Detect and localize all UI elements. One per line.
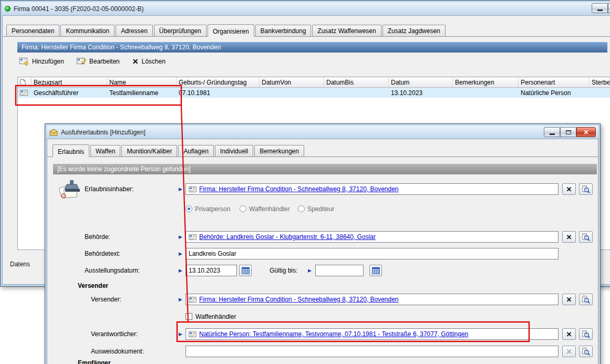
person-card-icon [189, 297, 197, 303]
cell-geburtstag: 07.10.1981 [177, 89, 260, 97]
verantwortlicher-field[interactable]: Natürliche Person: Testfamilienname, Tes… [185, 328, 559, 340]
calendar-icon [242, 267, 250, 274]
empfaenger-section-header: Empfänger [78, 359, 111, 364]
versender-clear-button[interactable]: ✕ [562, 294, 576, 305]
persons-toolbar: Hinzufügen Bearbeiten ✕ Löschen [17, 53, 610, 70]
tab-bemerkungen[interactable]: Bemerkungen [254, 145, 304, 157]
radio-spediteur[interactable] [298, 205, 305, 212]
versender-search-button[interactable] [579, 294, 593, 305]
ausweisdokument-search-button[interactable] [579, 346, 593, 357]
versender-link[interactable]: Firma: Hersteller Firma Condition - Schn… [199, 296, 399, 303]
envelope-icon [49, 129, 58, 136]
magnifier-icon [582, 233, 590, 241]
cell-personenart: Natürliche Person [519, 89, 590, 97]
behoerdetext-input[interactable]: Landkreis Goslar [185, 248, 559, 259]
erlaubnisinhaber-row: Erlaubnisinhaber: ▶ Firma: Hersteller Fi… [47, 183, 598, 195]
delete-button[interactable]: ✕ Löschen [132, 58, 166, 65]
screen: Firma 00041 - 3035 (F2020-02-05-0000002-… [0, 0, 610, 364]
magnifier-icon [582, 185, 590, 193]
tab-erlaubnis[interactable]: Erlaubnis [53, 144, 89, 157]
link-arrow-icon[interactable]: ▶ [179, 267, 182, 274]
tab-bankverbindung[interactable]: Bankverbindung [255, 25, 312, 36]
magnifier-icon [582, 330, 590, 338]
tab-kommunikation[interactable]: Kommunikation [60, 25, 115, 36]
erlaubnisinhaber-link[interactable]: Firma: Hersteller Firma Condition - Schn… [199, 185, 399, 193]
ausfuhrerlaubnis-dialog: Ausfuhrerlaubnis [Hinzufügen] ✕ Erlaubni… [45, 123, 601, 364]
column-rowtype[interactable] [18, 77, 32, 87]
tab-waffen[interactable]: Waffen [90, 145, 120, 157]
link-arrow-icon[interactable]: ▶ [179, 250, 182, 257]
gueltig-bis-calendar-button[interactable] [369, 265, 382, 276]
tab-zusatz-jagdwesen[interactable]: Zusatz Jagdwesen [382, 25, 446, 36]
behoerde-clear-button[interactable]: ✕ [562, 231, 576, 243]
ausstellungsdatum-calendar-button[interactable] [239, 265, 252, 276]
column-personenart[interactable]: Personenart [519, 77, 590, 87]
tab-individuell[interactable]: Individuell [215, 145, 253, 157]
maximize-button[interactable] [608, 3, 610, 13]
ausstellungsdatum-input[interactable]: 13.10.2023 [185, 265, 237, 276]
dialog-close-button[interactable]: ✕ [576, 127, 596, 137]
column-geburtstag[interactable]: Geburts-/ Gründungstag [177, 77, 260, 87]
dialog-maximize-button[interactable] [560, 127, 576, 137]
column-datumvon[interactable]: DatumVon [260, 77, 324, 87]
gueltig-bis-input[interactable] [315, 265, 364, 276]
tab-munition-kaliber[interactable]: Munition/Kaliber [121, 145, 177, 157]
row-icon-cell [18, 90, 32, 96]
column-sterbedatum[interactable]: Sterbed [590, 77, 610, 87]
versender-field[interactable]: Firma: Hersteller Firma Condition - Schn… [185, 294, 559, 305]
clear-x-icon: ✕ [566, 186, 572, 193]
table-row[interactable]: Geschäftsführer Testfamilienname 07.10.1… [18, 88, 610, 98]
tab-zusatz-waffenwesen[interactable]: Zusatz Waffenwesen [312, 25, 381, 36]
firma-window-title: Firma 00041 - 3035 (F2020-02-05-0000002-… [14, 5, 143, 13]
dialog-minimize-button[interactable] [544, 127, 560, 137]
edit-button[interactable]: Bearbeiten [77, 57, 120, 66]
link-arrow-icon[interactable]: ▶ [308, 267, 312, 274]
link-arrow-icon[interactable]: ▶ [179, 296, 182, 303]
firma-window-titlebar[interactable]: Firma 00041 - 3035 (F2020-02-05-0000002-… [2, 2, 610, 15]
tab-organisieren[interactable]: Organisieren [208, 24, 254, 37]
tab-ueberpruefungen[interactable]: Überprüfungen [154, 25, 206, 36]
column-datum[interactable]: Datum [389, 77, 453, 87]
no-person-info-bar: [Es wurde keine zugeordnete Person gefun… [53, 164, 597, 174]
versender-label: Versender: [91, 294, 121, 305]
ausweisdokument-field[interactable] [185, 346, 559, 357]
clear-x-icon: ✕ [566, 331, 572, 338]
column-datumbis[interactable]: DatumBis [324, 77, 389, 87]
behoerdetext-row: Behördetext: ▶ Landkreis Goslar [47, 248, 598, 259]
close-icon: ✕ [583, 129, 588, 136]
behoerde-field[interactable]: Behörde: Landkreis Goslar - Klubgartenst… [185, 231, 559, 243]
erlaubnisinhaber-search-button[interactable] [579, 183, 593, 195]
verantwortlicher-link[interactable]: Natürliche Person: Testfamilienname, Tes… [199, 330, 468, 338]
column-name[interactable]: Name [107, 77, 177, 87]
tab-auflagen[interactable]: Auflagen [178, 145, 213, 157]
person-card-icon [189, 234, 197, 240]
behoerde-search-button[interactable] [579, 231, 593, 243]
tab-personendaten[interactable]: Personendaten [6, 25, 59, 36]
link-arrow-icon[interactable]: ▶ [179, 233, 182, 241]
link-arrow-icon[interactable]: ▶ [179, 185, 182, 193]
radio-waffenhaendler[interactable] [240, 205, 246, 212]
erlaubnisinhaber-clear-button[interactable]: ✕ [562, 183, 576, 195]
column-bezugsart[interactable]: Bezugsart [32, 77, 107, 87]
radio-spediteur-label: Spediteur [307, 203, 334, 215]
verantwortlicher-clear-button[interactable]: ✕ [562, 328, 576, 340]
dialog-titlebar[interactable]: Ausfuhrerlaubnis [Hinzufügen] ✕ [47, 126, 598, 139]
gueltig-bis-label: Gültig bis: [270, 265, 297, 276]
magnifier-icon [582, 348, 590, 356]
radio-privatperson[interactable] [185, 205, 192, 212]
erlaubnisinhaber-field[interactable]: Firma: Hersteller Firma Condition - Schn… [185, 183, 559, 195]
ausstellungsdatum-value: 13.10.2023 [189, 267, 220, 274]
tab-adressen[interactable]: Adressen [116, 25, 153, 36]
radio-waffenhaendler-label: Waffenhändler [249, 203, 290, 215]
minimize-button[interactable] [592, 3, 608, 13]
calendar-icon [372, 267, 380, 274]
minimize-icon [550, 133, 555, 135]
status-green-dot-icon [5, 6, 11, 12]
waffenhaendler-checkbox[interactable] [185, 313, 192, 320]
column-bemerkungen[interactable]: Bemerkungen [453, 77, 519, 87]
clear-x-icon: ✕ [566, 296, 572, 303]
verantwortlicher-search-button[interactable] [579, 328, 593, 340]
add-button[interactable]: Hinzufügen [19, 57, 64, 66]
link-arrow-icon[interactable]: ▶ [179, 330, 182, 338]
behoerde-link[interactable]: Behörde: Landkreis Goslar - Klubgartenst… [199, 233, 376, 241]
